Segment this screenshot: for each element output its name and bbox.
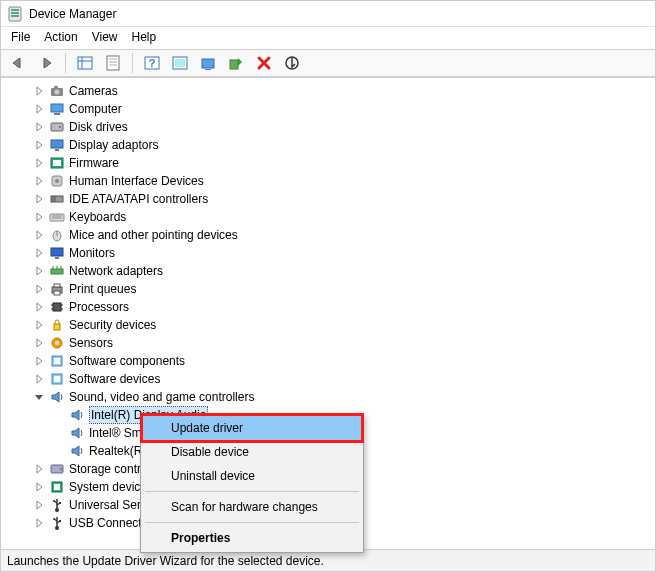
expand-icon[interactable] [53,409,65,421]
tree-category[interactable]: Computer [13,100,647,118]
disable-device-button[interactable] [281,52,303,74]
window-title: Device Manager [29,7,116,21]
context-update-driver[interactable]: Update driver [140,413,364,443]
svg-rect-27 [55,149,59,151]
svg-rect-16 [205,69,211,70]
context-disable-device[interactable]: Disable device [143,440,361,464]
tree-category[interactable]: Firmware [13,154,647,172]
camera-icon [49,83,65,99]
tree-category[interactable]: Human Interface Devices [13,172,647,190]
tree-category[interactable]: Monitors [13,244,647,262]
enable-device-button[interactable] [225,52,247,74]
help-button[interactable]: ? [141,52,163,74]
context-separator [145,522,359,523]
svg-rect-41 [55,257,59,259]
expand-icon[interactable] [33,211,45,223]
svg-point-31 [55,179,59,183]
tree-item-label: USB Connecto [69,514,148,532]
expand-icon[interactable] [33,265,45,277]
tree-item-label: Keyboards [69,208,126,226]
tree-item-label: Software components [69,352,185,370]
svg-rect-4 [78,57,92,69]
expand-icon[interactable] [33,121,45,133]
properties-button[interactable] [102,52,124,74]
tree-category[interactable]: Mice and other pointing devices [13,226,647,244]
context-properties[interactable]: Properties [143,526,361,550]
tree-category[interactable]: Cameras [13,82,647,100]
menu-action[interactable]: Action [44,30,77,44]
menu-help[interactable]: Help [132,30,157,44]
forward-button[interactable] [35,52,57,74]
tree-category[interactable]: Network adapters [13,262,647,280]
tree-category[interactable]: Software devices [13,370,647,388]
cpu-icon [49,299,65,315]
svg-rect-47 [54,284,60,287]
expand-icon[interactable] [33,103,45,115]
expand-icon[interactable] [33,499,45,511]
tree-item-label: Display adaptors [69,136,158,154]
expand-icon[interactable] [33,373,45,385]
svg-rect-22 [51,104,63,112]
hid-icon [49,173,65,189]
uninstall-button[interactable] [253,52,275,74]
toolbar-separator [65,53,66,73]
context-scan-hardware[interactable]: Scan for hardware changes [143,495,361,519]
expand-icon[interactable] [33,283,45,295]
tree-category[interactable]: Disk drives [13,118,647,136]
svg-point-62 [60,468,62,470]
expand-icon[interactable] [33,301,45,313]
menu-view[interactable]: View [92,30,118,44]
printer-icon [49,281,65,297]
svg-rect-40 [51,248,63,256]
tree-category[interactable]: Print queues [13,280,647,298]
svg-rect-42 [51,269,63,274]
expand-icon[interactable] [33,337,45,349]
show-hidden-button[interactable] [74,52,96,74]
back-button[interactable] [7,52,29,74]
svg-rect-68 [59,502,61,504]
tree-category[interactable]: Display adaptors [13,136,647,154]
expand-icon[interactable] [33,481,45,493]
svg-text:?: ? [149,57,156,69]
menu-file[interactable]: File [11,30,30,44]
svg-rect-2 [11,12,19,14]
collapse-icon[interactable] [33,391,45,403]
sound-icon [49,389,65,405]
scan-hardware-button[interactable] [169,52,191,74]
svg-rect-17 [230,60,238,69]
tree-category-expanded[interactable]: Sound, video and game controllers [13,388,647,406]
tree-category[interactable]: Processors [13,298,647,316]
expand-icon[interactable] [53,427,65,439]
expand-icon[interactable] [33,157,45,169]
expand-icon[interactable] [33,247,45,259]
svg-rect-60 [54,376,60,382]
expand-icon[interactable] [33,355,45,367]
expand-icon[interactable] [33,463,45,475]
tree-category[interactable]: Security devices [13,316,647,334]
context-uninstall-device[interactable]: Uninstall device [143,464,361,488]
expand-icon[interactable] [33,319,45,331]
expand-icon[interactable] [33,175,45,187]
tree-item-label: Universal Seri [69,496,144,514]
ide-icon [49,191,65,207]
tree-item-label: Realtek(R) [89,442,146,460]
tree-category[interactable]: Keyboards [13,208,647,226]
tree-item-label: Software devices [69,370,160,388]
software-icon [49,371,65,387]
network-icon [49,263,65,279]
expand-icon[interactable] [53,445,65,457]
toolbar-separator [132,53,133,73]
expand-icon[interactable] [33,139,45,151]
tree-category[interactable]: Sensors [13,334,647,352]
sound-icon [69,425,85,441]
expand-icon[interactable] [33,193,45,205]
tree-category[interactable]: Software components [13,352,647,370]
monitor-icon [49,245,65,261]
expand-icon[interactable] [33,229,45,241]
storage-icon [49,461,65,477]
expand-icon[interactable] [33,85,45,97]
update-driver-button[interactable] [197,52,219,74]
usb-icon [49,497,65,513]
tree-category[interactable]: IDE ATA/ATAPI controllers [13,190,647,208]
expand-icon[interactable] [33,517,45,529]
